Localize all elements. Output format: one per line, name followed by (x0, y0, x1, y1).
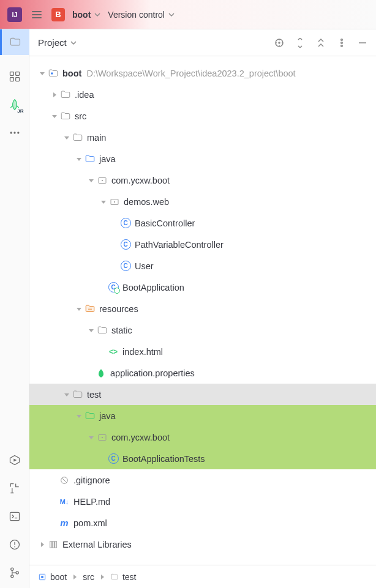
build-tool-button[interactable] (8, 482, 21, 495)
expand-arrow-icon[interactable] (75, 412, 83, 420)
node-label: .idea (75, 90, 94, 100)
expand-arrow-icon[interactable] (62, 133, 71, 142)
main-menu-button[interactable] (29, 9, 44, 21)
expand-arrow-icon[interactable] (99, 198, 108, 206)
node-label: application.properties (110, 368, 195, 378)
tree-node-src[interactable]: src (29, 105, 376, 127)
node-label: resources (99, 304, 138, 314)
tree-node-root[interactable]: boot D:\Workspace\Work_Project\idea2023.… (29, 62, 376, 84)
expand-arrow-icon[interactable] (38, 540, 47, 549)
tree-node-test[interactable]: test (29, 384, 376, 405)
tree-node-boottests[interactable]: C BootApplicationTests (29, 448, 376, 469)
app-icon: IJ (7, 7, 22, 22)
hide-panel-button[interactable] (358, 38, 367, 48)
node-label: HELP.md (73, 497, 110, 507)
spring-boot-icon: C (108, 282, 119, 293)
tree-node-indexhtml[interactable]: <> index.html (29, 341, 376, 362)
tree-node-helpmd[interactable]: M↓ HELP.md (29, 491, 376, 512)
problems-tool-button[interactable] (8, 538, 21, 551)
node-label: index.html (122, 347, 163, 357)
node-label: static (111, 326, 132, 335)
node-label: User (135, 261, 154, 271)
tree-node-idea[interactable]: .idea (29, 84, 376, 105)
expand-arrow-icon[interactable] (75, 305, 83, 313)
expand-arrow-icon[interactable] (62, 390, 71, 399)
breadcrumb-separator-icon (99, 572, 105, 582)
tree-node-gitignore[interactable]: .gitignore (29, 469, 376, 491)
vcs-dropdown[interactable]: Version control (108, 10, 175, 20)
chevron-down-icon (168, 12, 175, 18)
svg-point-24 (341, 45, 343, 47)
titlebar: IJ B boot Version control (0, 0, 376, 29)
project-tree[interactable]: boot D:\Workspace\Work_Project\idea2023.… (29, 56, 376, 565)
tree-node-main-java[interactable]: java (29, 148, 376, 169)
git-tool-button[interactable] (8, 566, 21, 579)
svg-point-23 (341, 42, 343, 43)
node-label: demos.web (124, 197, 169, 207)
project-tool-button[interactable] (0, 29, 29, 55)
expand-arrow-icon[interactable] (38, 69, 47, 78)
svg-point-12 (14, 546, 15, 548)
tree-node-demos[interactable]: demos.web (29, 191, 376, 212)
svg-rect-37 (50, 541, 52, 548)
library-icon (48, 539, 59, 550)
select-opened-file-button[interactable] (274, 38, 284, 48)
module-folder-icon (48, 68, 59, 79)
breadcrumb-separator-icon (72, 572, 78, 582)
svg-rect-3 (15, 78, 19, 81)
svg-rect-38 (53, 541, 55, 548)
project-dropdown[interactable]: boot (72, 10, 100, 20)
panel-title-dropdown[interactable]: Project (38, 37, 77, 48)
tree-node-pom[interactable]: m pom.xml (29, 512, 376, 534)
jrebel-tool-button[interactable]: JR (8, 98, 21, 111)
folder-icon (60, 111, 71, 122)
node-label: .gitignore (73, 475, 110, 485)
project-badge: B (51, 8, 65, 21)
more-tool-button[interactable] (8, 126, 21, 140)
folder-icon (72, 132, 83, 143)
expand-collapse-button[interactable] (295, 38, 305, 48)
tree-node-pkg-main[interactable]: com.ycxw.boot (29, 169, 376, 191)
chevron-down-icon (94, 12, 100, 18)
collapse-all-button[interactable] (316, 38, 326, 48)
breadcrumb-label: boot (50, 572, 67, 582)
gitignore-file-icon (59, 475, 70, 486)
tree-node-pkg-test[interactable]: com.ycxw.boot (29, 426, 376, 448)
structure-tool-button[interactable] (8, 70, 21, 83)
tree-node-basic-controller[interactable]: C BasicController (29, 212, 376, 234)
tree-node-extlibs[interactable]: External Libraries (29, 534, 376, 555)
test-source-folder-icon (85, 411, 96, 422)
tree-node-bootapp[interactable]: C BootApplication (29, 277, 376, 298)
svg-line-36 (62, 478, 67, 483)
breadcrumb-item-test[interactable]: test (110, 572, 137, 582)
svg-rect-2 (10, 78, 13, 81)
expand-arrow-icon[interactable] (75, 155, 83, 163)
panel-options-button[interactable] (337, 38, 347, 48)
services-tool-button[interactable] (8, 453, 21, 467)
breadcrumb-item-root[interactable]: boot (38, 572, 67, 582)
module-icon (38, 573, 47, 581)
panel-title-label: Project (38, 37, 67, 48)
node-label: test (87, 390, 101, 400)
svg-rect-1 (15, 72, 19, 76)
tree-node-test-java[interactable]: java (29, 405, 376, 426)
maven-file-icon: m (59, 518, 70, 529)
breadcrumb-item-src[interactable]: src (83, 572, 94, 582)
expand-arrow-icon[interactable] (50, 112, 59, 121)
terminal-tool-button[interactable] (8, 510, 21, 523)
expand-arrow-icon[interactable] (87, 433, 96, 442)
svg-marker-8 (13, 459, 17, 462)
tree-node-static[interactable]: static (29, 319, 376, 341)
breadcrumb-label: src (83, 572, 94, 582)
node-label: boot (62, 69, 81, 78)
expand-arrow-icon[interactable] (87, 176, 96, 185)
tree-node-pathvar-controller[interactable]: C PathVariableController (29, 234, 376, 255)
expand-arrow-icon[interactable] (87, 326, 96, 335)
node-label: External Libraries (62, 540, 132, 549)
tree-node-resources[interactable]: resources (29, 298, 376, 319)
tree-node-user[interactable]: C User (29, 255, 376, 277)
expand-arrow-icon[interactable] (50, 91, 59, 99)
node-label: PathVariableController (135, 240, 224, 250)
tree-node-main[interactable]: main (29, 127, 376, 148)
tree-node-appprops[interactable]: application.properties (29, 362, 376, 384)
